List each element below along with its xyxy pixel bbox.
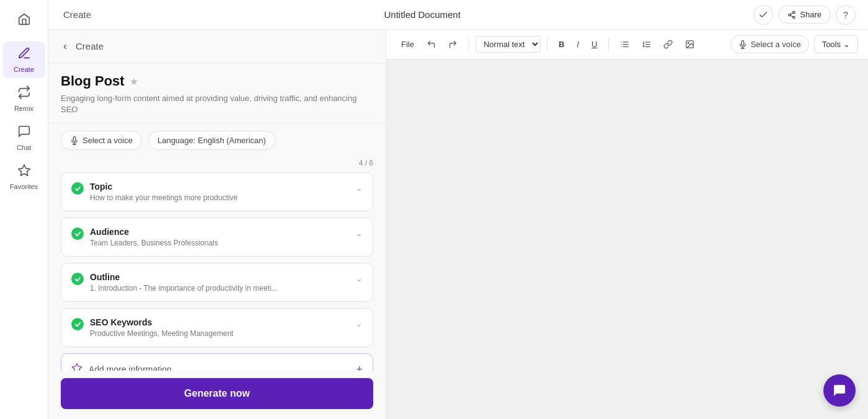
audience-chevron: ⌄ xyxy=(355,228,363,238)
share-label: Share xyxy=(800,10,822,19)
add-plus-icon: + xyxy=(356,363,363,371)
editor-body[interactable] xyxy=(386,60,868,419)
numbered-list-button[interactable] xyxy=(637,37,656,52)
outline-value: 1. Introduction - The importance of prod… xyxy=(90,284,278,293)
header-center: Untitled Document xyxy=(384,9,460,20)
seo-label: SEO Keywords xyxy=(90,317,233,327)
audience-value: Team Leaders, Business Professionals xyxy=(90,239,218,247)
svg-marker-0 xyxy=(18,165,29,175)
select-voice-button[interactable]: Select a voice xyxy=(61,131,142,150)
topic-label: Topic xyxy=(90,182,237,192)
add-info-left: Add more information xyxy=(71,363,172,371)
sidebar-item-chat-label: Chat xyxy=(17,144,31,151)
fields-area: Topic How to make your meetings more pro… xyxy=(48,172,386,371)
tools-button[interactable]: Tools ⌄ xyxy=(814,35,858,53)
seo-field-card[interactable]: SEO Keywords Productive Meetings, Meetin… xyxy=(61,308,373,347)
outline-field-left: Outline 1. Introduction - The importance… xyxy=(71,272,278,293)
home-icon xyxy=(17,12,31,29)
topic-field-card[interactable]: Topic How to make your meetings more pro… xyxy=(61,172,373,211)
favorites-icon xyxy=(17,164,31,180)
sidebar-item-home[interactable] xyxy=(3,7,45,34)
generate-now-button[interactable]: Generate now xyxy=(61,378,373,409)
remix-icon xyxy=(17,86,31,102)
progress-text: 4 / 6 xyxy=(359,159,373,167)
panels: ‹ Create Blog Post ★ Engaging long-form … xyxy=(48,30,868,419)
blog-post-title: Blog Post xyxy=(61,73,125,89)
outline-check xyxy=(71,273,84,285)
link-button[interactable] xyxy=(658,37,678,52)
editor-panel: File Normal text Heading 1 Heading 2 xyxy=(386,30,868,419)
audience-label: Audience xyxy=(90,227,218,237)
create-icon xyxy=(17,46,31,63)
seo-field-left: SEO Keywords Productive Meetings, Meetin… xyxy=(71,317,233,338)
tools-chevron-icon: ⌄ xyxy=(843,40,850,49)
seo-check xyxy=(71,318,84,330)
chat-icon xyxy=(17,125,31,141)
check-icon-btn[interactable] xyxy=(753,5,773,25)
blog-post-section: Blog Post ★ Engaging long-form content a… xyxy=(48,63,386,123)
separator-3 xyxy=(608,38,609,51)
editor-voice-label: Select a voice xyxy=(751,40,801,49)
outline-chevron: ⌄ xyxy=(355,273,363,283)
header-create-title: Create xyxy=(61,9,91,20)
underline-button[interactable]: U xyxy=(587,37,602,52)
blog-post-title-row: Blog Post ★ xyxy=(61,73,373,89)
svg-line-4 xyxy=(790,15,793,16)
header-left: Create xyxy=(61,9,91,20)
svg-marker-8 xyxy=(73,364,82,371)
blog-post-description: Engaging long-form content aimed at prov… xyxy=(61,93,373,115)
italic-button[interactable]: I xyxy=(572,37,584,52)
sidebar-item-favorites[interactable]: Favorites xyxy=(3,159,45,195)
editor-toolbar: File Normal text Heading 1 Heading 2 xyxy=(386,30,868,60)
main-content: Create Untitled Document Share ? xyxy=(48,0,868,419)
progress-row: 4 / 6 xyxy=(48,157,386,172)
svg-line-5 xyxy=(790,12,793,14)
audience-info: Audience Team Leaders, Business Professi… xyxy=(90,227,218,247)
sidebar-item-remix-label: Remix xyxy=(14,105,33,112)
back-button[interactable]: ‹ xyxy=(61,37,69,55)
toolbar-right: Select a voice Tools ⌄ xyxy=(730,35,858,53)
sidebar: Create Remix Chat Favorites xyxy=(0,0,48,419)
language-button[interactable]: Language: English (American) xyxy=(148,131,275,150)
format-select[interactable]: Normal text Heading 1 Heading 2 xyxy=(476,36,541,53)
help-icon-btn[interactable]: ? xyxy=(836,5,856,25)
outline-info: Outline 1. Introduction - The importance… xyxy=(90,272,278,293)
editor-voice-button[interactable]: Select a voice xyxy=(730,35,809,53)
separator-2 xyxy=(547,38,547,51)
top-header: Create Untitled Document Share ? xyxy=(48,0,868,30)
select-voice-label: Select a voice xyxy=(82,136,133,145)
topic-value: How to make your meetings more productiv… xyxy=(90,193,237,202)
sidebar-item-create[interactable]: Create xyxy=(3,42,45,78)
controls-row: Select a voice Language: English (Americ… xyxy=(48,123,386,157)
sidebar-item-chat[interactable]: Chat xyxy=(3,120,45,156)
document-title: Untitled Document xyxy=(384,9,460,20)
chat-bubble-button[interactable] xyxy=(823,374,856,407)
topic-chevron: ⌄ xyxy=(355,183,363,193)
share-button[interactable]: Share xyxy=(778,6,831,24)
bullet-list-button[interactable] xyxy=(615,37,634,52)
file-menu-button[interactable]: File xyxy=(396,37,419,52)
audience-check xyxy=(71,227,84,240)
topic-field-left: Topic How to make your meetings more pro… xyxy=(71,182,237,202)
create-panel-header: ‹ Create xyxy=(48,30,386,63)
redo-button[interactable] xyxy=(443,37,463,52)
separator-1 xyxy=(469,38,469,51)
topic-info: Topic How to make your meetings more pro… xyxy=(90,182,237,202)
sparkle-icon xyxy=(71,363,82,371)
audience-field-card[interactable]: Audience Team Leaders, Business Professi… xyxy=(61,218,373,257)
add-info-card[interactable]: Add more information + xyxy=(61,353,373,371)
generate-btn-wrapper: Generate now xyxy=(48,371,386,419)
undo-button[interactable] xyxy=(422,37,441,52)
add-info-text: Add more information xyxy=(89,364,172,371)
seo-info: SEO Keywords Productive Meetings, Meetin… xyxy=(90,317,233,338)
outline-field-card[interactable]: Outline 1. Introduction - The importance… xyxy=(61,263,373,302)
outline-label: Outline xyxy=(90,272,278,282)
bold-button[interactable]: B xyxy=(554,37,569,52)
sidebar-item-favorites-label: Favorites xyxy=(10,183,38,190)
image-button[interactable] xyxy=(680,37,699,52)
header-right: Share ? xyxy=(753,5,856,25)
tools-label: Tools xyxy=(822,40,841,49)
star-icon[interactable]: ★ xyxy=(130,76,138,87)
create-panel: ‹ Create Blog Post ★ Engaging long-form … xyxy=(48,30,386,419)
sidebar-item-remix[interactable]: Remix xyxy=(3,81,45,117)
